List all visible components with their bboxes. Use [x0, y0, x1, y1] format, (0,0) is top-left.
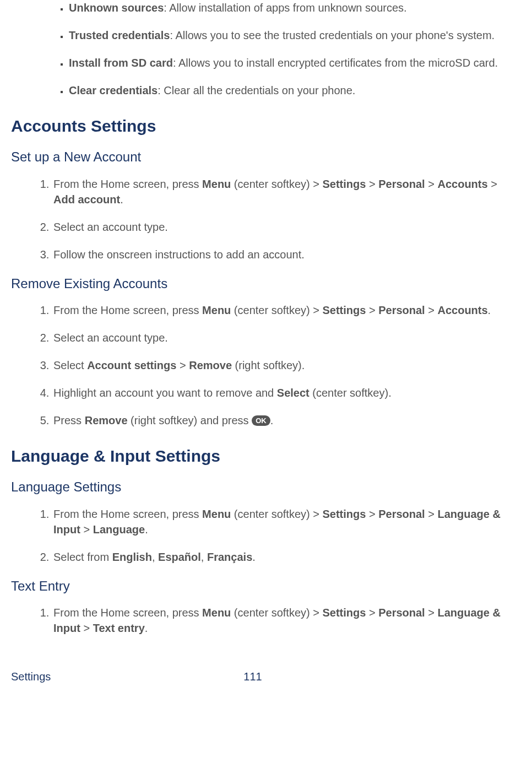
ok-icon: OK	[252, 415, 270, 426]
list-item: From the Home screen, press Menu (center…	[52, 506, 521, 537]
bold: Add account	[53, 193, 120, 205]
bold: Remove	[85, 414, 128, 426]
bullet-term: Trusted credentials	[69, 29, 170, 41]
bold: Accounts	[437, 304, 487, 316]
bullet-term: Install from SD card	[69, 57, 173, 69]
bold: Settings	[322, 607, 366, 619]
bold: Remove	[189, 359, 232, 371]
bullet-item: Clear credentials: Clear all the credent…	[69, 83, 521, 98]
text: >	[425, 304, 438, 316]
list-item: Select an account type.	[52, 330, 521, 345]
section-accounts-settings: Accounts Settings	[11, 115, 521, 138]
text: >	[366, 607, 378, 619]
text: From the Home screen, press	[53, 607, 202, 619]
subsection-setup-new-account: Set up a New Account	[11, 148, 521, 166]
bold: Account settings	[87, 359, 176, 371]
list-item: Follow the onscreen instructions to add …	[52, 247, 521, 262]
text: ,	[152, 551, 158, 563]
text: >	[488, 178, 497, 190]
text: >	[80, 523, 93, 536]
text: .	[270, 414, 274, 426]
text: (center softkey) >	[231, 178, 322, 190]
bold: Personal	[378, 607, 425, 619]
remove-account-steps: From the Home screen, press Menu (center…	[11, 302, 521, 428]
bullet-desc: : Allows you to see the trusted credenti…	[170, 29, 495, 41]
bold: Personal	[378, 178, 425, 190]
page-content: Unknown sources: Allow installation of a…	[11, 0, 521, 695]
bullet-term: Clear credentials	[69, 84, 158, 96]
footer-page-number: 111	[243, 669, 262, 684]
bold: Menu	[202, 304, 231, 316]
text: .	[120, 193, 123, 205]
text-entry-steps: From the Home screen, press Menu (center…	[11, 605, 521, 636]
text: Press	[53, 414, 85, 426]
subsection-remove-accounts: Remove Existing Accounts	[11, 274, 521, 293]
text: From the Home screen, press	[53, 178, 202, 190]
bold: English	[112, 551, 152, 563]
text: (center softkey) >	[231, 607, 322, 619]
list-item: Select an account type.	[52, 219, 521, 235]
bold: Menu	[202, 178, 231, 190]
text: >	[425, 607, 438, 619]
text: Select	[53, 359, 87, 371]
bold: Text entry	[93, 622, 145, 634]
text: ,	[201, 551, 207, 563]
text: .	[252, 551, 256, 563]
text: From the Home screen, press	[53, 508, 202, 520]
text: From the Home screen, press	[53, 304, 202, 316]
list-item: From the Home screen, press Menu (center…	[52, 605, 521, 636]
bullet-item: Trusted credentials: Allows you to see t…	[69, 28, 521, 43]
bold: Personal	[378, 508, 425, 520]
list-item: From the Home screen, press Menu (center…	[52, 302, 521, 318]
bold: Language	[93, 523, 145, 536]
text: >	[425, 178, 438, 190]
bold: Español	[158, 551, 201, 563]
text: Select from	[53, 551, 112, 563]
bullet-term: Unknown sources	[69, 2, 164, 14]
section-language-input: Language & Input Settings	[11, 445, 521, 468]
page-footer: Settings 111	[11, 669, 521, 695]
bold: Français	[207, 551, 252, 563]
text: >	[425, 508, 438, 520]
bullet-item: Unknown sources: Allow installation of a…	[69, 0, 521, 15]
text: Highlight an account you want to remove …	[53, 387, 277, 399]
list-item: Highlight an account you want to remove …	[52, 385, 521, 401]
subsection-text-entry: Text Entry	[11, 577, 521, 596]
text: (center softkey) >	[231, 508, 322, 520]
bold: Settings	[322, 304, 366, 316]
bold: Personal	[378, 304, 425, 316]
text: .	[488, 304, 491, 316]
subsection-language-settings: Language Settings	[11, 478, 521, 496]
text: >	[176, 359, 189, 371]
language-settings-steps: From the Home screen, press Menu (center…	[11, 506, 521, 565]
text: >	[366, 304, 378, 316]
list-item: From the Home screen, press Menu (center…	[52, 176, 521, 207]
setup-account-steps: From the Home screen, press Menu (center…	[11, 176, 521, 262]
bold: Accounts	[437, 178, 487, 190]
bullet-desc: : Clear all the credentials on your phon…	[158, 84, 355, 96]
list-item: Select from English, Español, Français.	[52, 549, 521, 565]
bullet-desc: : Allow installation of apps from unknow…	[164, 2, 406, 14]
list-item: Press Remove (right softkey) and press O…	[52, 413, 521, 428]
bullet-item: Install from SD card: Allows you to inst…	[69, 55, 521, 71]
text: .	[145, 523, 148, 536]
text: (right softkey) and press	[128, 414, 252, 426]
text: (right softkey).	[232, 359, 305, 371]
text: >	[80, 622, 93, 634]
text: (center softkey) >	[231, 304, 322, 316]
text: >	[366, 178, 378, 190]
security-bullet-list: Unknown sources: Allow installation of a…	[11, 0, 521, 98]
bold: Settings	[322, 178, 366, 190]
bold: Select	[277, 387, 310, 399]
text: .	[145, 622, 148, 634]
text: >	[366, 508, 378, 520]
bold: Menu	[202, 607, 231, 619]
bold: Menu	[202, 508, 231, 520]
footer-section: Settings	[11, 669, 51, 684]
list-item: Select Account settings > Remove (right …	[52, 358, 521, 373]
bullet-desc: : Allows you to install encrypted certif…	[173, 57, 498, 69]
text: (center softkey).	[310, 387, 392, 399]
bold: Settings	[322, 508, 366, 520]
